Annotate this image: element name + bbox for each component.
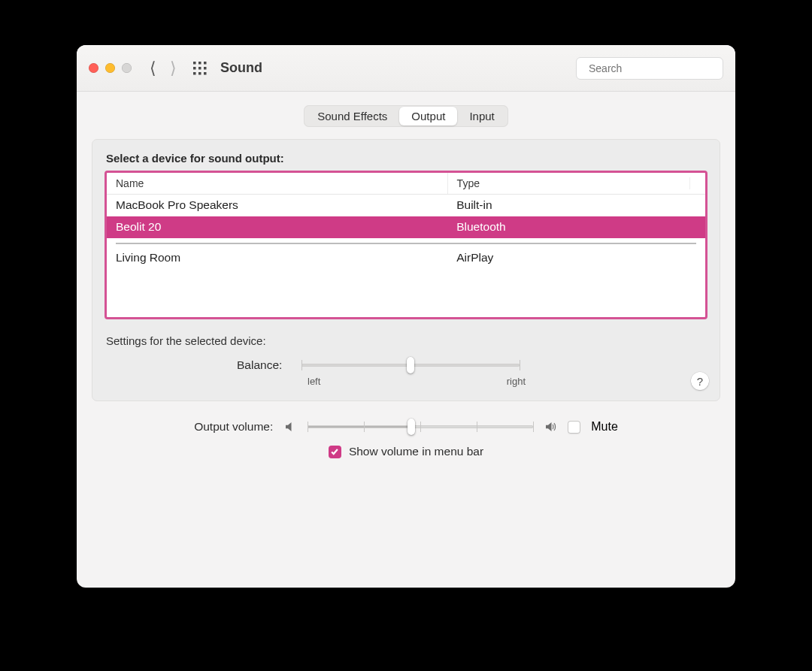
- output-volume-slider[interactable]: [308, 419, 533, 434]
- balance-control: Balance:: [105, 358, 707, 373]
- svg-rect-1: [198, 62, 201, 65]
- preferences-window: ⟨ ⟩ Sound Sound Effects Output Input S: [77, 45, 735, 588]
- window-title: Sound: [220, 60, 262, 76]
- device-name: Beolit 20: [107, 216, 447, 238]
- device-row[interactable]: MacBook Pro Speakers Built-in: [107, 195, 705, 216]
- column-type[interactable]: Type: [448, 173, 705, 194]
- show-volume-checkbox[interactable]: [329, 446, 341, 458]
- minimize-icon[interactable]: [105, 63, 115, 73]
- output-volume-row: Output volume: Mute: [92, 419, 720, 434]
- svg-rect-0: [193, 62, 196, 65]
- tab-output[interactable]: Output: [399, 107, 457, 125]
- tab-input[interactable]: Input: [457, 107, 506, 125]
- device-name: Living Room: [107, 247, 447, 269]
- forward-button[interactable]: ⟩: [170, 60, 177, 77]
- svg-rect-8: [204, 72, 207, 75]
- window-controls: [89, 63, 132, 73]
- back-button[interactable]: ⟨: [150, 60, 156, 77]
- nav-buttons: ⟨ ⟩: [150, 60, 177, 77]
- search-field[interactable]: [576, 57, 723, 80]
- mute-label: Mute: [591, 420, 618, 434]
- device-row[interactable]: Living Room AirPlay: [107, 247, 705, 269]
- device-name: MacBook Pro Speakers: [107, 195, 447, 216]
- footer: Output volume: Mute Show volume in menu …: [77, 404, 735, 467]
- show-volume-row: Show volume in menu bar: [92, 445, 720, 458]
- balance-label: Balance:: [237, 358, 282, 372]
- device-list-header: Name Type: [107, 173, 705, 195]
- device-type: AirPlay: [447, 247, 705, 269]
- toolbar: ⟨ ⟩ Sound: [77, 45, 735, 92]
- balance-right-label: right: [507, 376, 526, 387]
- mute-checkbox[interactable]: [568, 421, 580, 434]
- search-input[interactable]: [587, 62, 722, 75]
- svg-rect-2: [204, 62, 207, 65]
- balance-sublabels: left right: [308, 376, 526, 387]
- output-volume-label: Output volume:: [194, 420, 273, 434]
- svg-rect-7: [198, 72, 201, 75]
- speaker-low-icon: [283, 420, 297, 434]
- balance-left-label: left: [308, 376, 320, 387]
- output-panel: Select a device for sound output: Name T…: [92, 139, 720, 401]
- device-list-heading: Select a device for sound output:: [106, 152, 707, 165]
- volume-thumb[interactable]: [408, 419, 415, 435]
- list-separator: [116, 243, 696, 244]
- svg-rect-3: [193, 67, 196, 70]
- balance-slider[interactable]: [301, 358, 520, 373]
- balance-thumb[interactable]: [407, 357, 414, 373]
- tab-bar: Sound Effects Output Input: [92, 105, 720, 127]
- close-icon[interactable]: [89, 63, 98, 73]
- help-button[interactable]: ?: [691, 372, 709, 390]
- device-type: Built-in: [447, 195, 705, 216]
- speaker-high-icon: [544, 420, 557, 434]
- device-type: Bluetooth: [447, 216, 705, 238]
- column-name[interactable]: Name: [107, 173, 448, 194]
- settings-heading: Settings for the selected device:: [106, 334, 707, 347]
- svg-rect-6: [193, 72, 196, 75]
- device-row[interactable]: Beolit 20 Bluetooth: [107, 216, 705, 238]
- svg-rect-4: [198, 67, 201, 70]
- show-volume-label: Show volume in menu bar: [349, 445, 483, 458]
- svg-rect-5: [204, 67, 207, 70]
- device-list[interactable]: Name Type MacBook Pro Speakers Built-in …: [105, 171, 707, 319]
- zoom-icon[interactable]: [122, 63, 132, 73]
- tab-sound-effects[interactable]: Sound Effects: [305, 107, 399, 125]
- show-all-icon[interactable]: [193, 62, 207, 75]
